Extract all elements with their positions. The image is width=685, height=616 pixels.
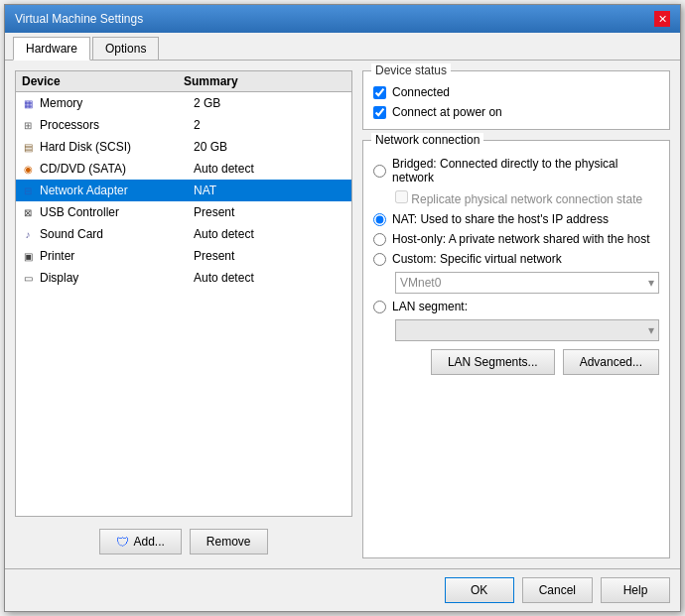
cancel-button[interactable]: Cancel xyxy=(522,577,593,603)
device-summary-printer: Present xyxy=(194,249,347,263)
device-status-group: Device status Connected Connect at power… xyxy=(362,70,670,130)
radio-hostonly[interactable] xyxy=(373,233,386,246)
device-name-sound-card: Sound Card xyxy=(40,227,194,241)
right-panel: Device status Connected Connect at power… xyxy=(362,70,670,558)
replicate-label: Replicate physical network connection st… xyxy=(411,192,642,206)
col-device-header: Device xyxy=(22,74,184,88)
device-row-sound-card[interactable]: ♪ Sound Card Auto detect xyxy=(16,223,351,245)
advanced-button[interactable]: Advanced... xyxy=(563,349,659,375)
tab-bar: Hardware Options xyxy=(5,33,680,61)
device-icon-processors: ⊞ xyxy=(20,117,36,133)
radio-lan[interactable] xyxy=(373,301,386,313)
device-icon-display: ▭ xyxy=(20,270,36,286)
device-row-processors[interactable]: ⊞ Processors 2 xyxy=(16,114,351,136)
radio-hostonly-row: Host-only: A private network shared with… xyxy=(373,232,659,246)
device-icon-cd-dvd: ◉ xyxy=(20,161,36,177)
device-name-hard-disk: Hard Disk (SCSI) xyxy=(40,140,194,154)
radio-custom-label: Custom: Specific virtual network xyxy=(392,252,562,266)
add-button-label: Add... xyxy=(133,535,164,549)
add-button[interactable]: 🛡 Add... xyxy=(99,529,181,554)
device-row-printer[interactable]: ▣ Printer Present xyxy=(16,245,351,267)
device-name-usb-controller: USB Controller xyxy=(40,205,194,219)
dialog-title: Virtual Machine Settings xyxy=(15,12,143,26)
device-icon-hard-disk: ▤ xyxy=(20,139,36,155)
device-row-display[interactable]: ▭ Display Auto detect xyxy=(16,267,351,289)
network-connection-group: Network connection Bridged: Connected di… xyxy=(362,140,670,558)
radio-nat-row: NAT: Used to share the host's IP address xyxy=(373,212,659,226)
radio-custom-row: Custom: Specific virtual network xyxy=(373,252,659,266)
radio-bridged[interactable] xyxy=(373,165,386,178)
radio-bridged-row: Bridged: Connected directly to the physi… xyxy=(373,157,659,185)
connected-checkbox[interactable] xyxy=(373,86,386,99)
replicate-option: Replicate physical network connection st… xyxy=(395,190,659,206)
radio-custom[interactable] xyxy=(373,253,386,266)
device-row-network-adapter[interactable]: ⊟ Network Adapter NAT xyxy=(16,180,351,201)
radio-bridged-label: Bridged: Connected directly to the physi… xyxy=(392,157,659,185)
device-name-display: Display xyxy=(40,271,194,285)
main-content: Device Summary ▦ Memory 2 GB ⊞ Processor… xyxy=(5,61,680,568)
device-icon-memory: ▦ xyxy=(20,95,36,111)
device-row-cd-dvd[interactable]: ◉ CD/DVD (SATA) Auto detect xyxy=(16,158,351,180)
connect-power-label: Connect at power on xyxy=(392,105,502,119)
device-list: Device Summary ▦ Memory 2 GB ⊞ Processor… xyxy=(15,70,352,517)
device-summary-memory: 2 GB xyxy=(194,96,347,110)
device-summary-network-adapter: NAT xyxy=(194,184,347,197)
ok-button[interactable]: OK xyxy=(445,577,514,603)
device-summary-processors: 2 xyxy=(194,118,347,132)
radio-lan-row: LAN segment: xyxy=(373,300,659,313)
device-name-printer: Printer xyxy=(40,249,194,263)
radio-hostonly-label: Host-only: A private network shared with… xyxy=(392,232,649,246)
connect-power-row: Connect at power on xyxy=(373,105,659,119)
connected-label: Connected xyxy=(392,85,450,99)
device-status-title: Device status xyxy=(371,63,451,77)
title-bar: Virtual Machine Settings ✕ xyxy=(5,5,680,33)
connected-row: Connected xyxy=(373,85,659,99)
device-name-cd-dvd: CD/DVD (SATA) xyxy=(40,162,194,176)
device-row-usb-controller[interactable]: ⊠ USB Controller Present xyxy=(16,201,351,223)
device-icon-network-adapter: ⊟ xyxy=(20,183,36,198)
shield-icon: 🛡 xyxy=(116,535,129,550)
col-summary-header: Summary xyxy=(184,74,345,88)
custom-dropdown-value: VMnet0 xyxy=(400,276,441,290)
lan-dropdown[interactable]: ▾ xyxy=(395,319,659,341)
bottom-bar: OK Cancel Help xyxy=(5,568,680,611)
device-summary-cd-dvd: Auto detect xyxy=(194,162,347,176)
device-summary-display: Auto detect xyxy=(194,271,347,285)
tab-options[interactable]: Options xyxy=(92,37,159,60)
device-icon-sound-card: ♪ xyxy=(20,226,36,242)
device-summary-hard-disk: 20 GB xyxy=(194,140,347,154)
device-rows-container: ▦ Memory 2 GB ⊞ Processors 2 ▤ Hard Disk… xyxy=(16,92,351,289)
device-name-memory: Memory xyxy=(40,96,194,110)
device-name-network-adapter: Network Adapter xyxy=(40,184,194,197)
virtual-machine-settings-dialog: Virtual Machine Settings ✕ Hardware Opti… xyxy=(4,4,681,612)
left-panel: Device Summary ▦ Memory 2 GB ⊞ Processor… xyxy=(15,70,352,558)
device-icon-usb-controller: ⊠ xyxy=(20,204,36,220)
lan-dropdown-arrow: ▾ xyxy=(648,323,654,337)
remove-button[interactable]: Remove xyxy=(190,529,268,554)
network-buttons: LAN Segments... Advanced... xyxy=(373,349,659,375)
close-button[interactable]: ✕ xyxy=(654,11,670,27)
device-summary-usb-controller: Present xyxy=(194,205,347,219)
left-buttons: 🛡 Add... Remove xyxy=(15,525,352,558)
device-name-processors: Processors xyxy=(40,118,194,132)
radio-nat[interactable] xyxy=(373,213,386,226)
radio-nat-label: NAT: Used to share the host's IP address xyxy=(392,212,609,226)
device-list-header: Device Summary xyxy=(16,71,351,92)
tab-hardware[interactable]: Hardware xyxy=(13,37,90,61)
custom-dropdown[interactable]: VMnet0 ▾ xyxy=(395,272,659,294)
help-button[interactable]: Help xyxy=(601,577,670,603)
lan-segments-button[interactable]: LAN Segments... xyxy=(431,349,555,375)
device-row-memory[interactable]: ▦ Memory 2 GB xyxy=(16,92,351,114)
device-row-hard-disk[interactable]: ▤ Hard Disk (SCSI) 20 GB xyxy=(16,136,351,158)
replicate-checkbox[interactable] xyxy=(395,190,408,203)
custom-dropdown-arrow: ▾ xyxy=(648,276,654,290)
connect-power-checkbox[interactable] xyxy=(373,106,386,119)
device-summary-sound-card: Auto detect xyxy=(194,227,347,241)
radio-lan-label: LAN segment: xyxy=(392,300,468,313)
network-connection-title: Network connection xyxy=(371,133,483,147)
device-icon-printer: ▣ xyxy=(20,248,36,264)
